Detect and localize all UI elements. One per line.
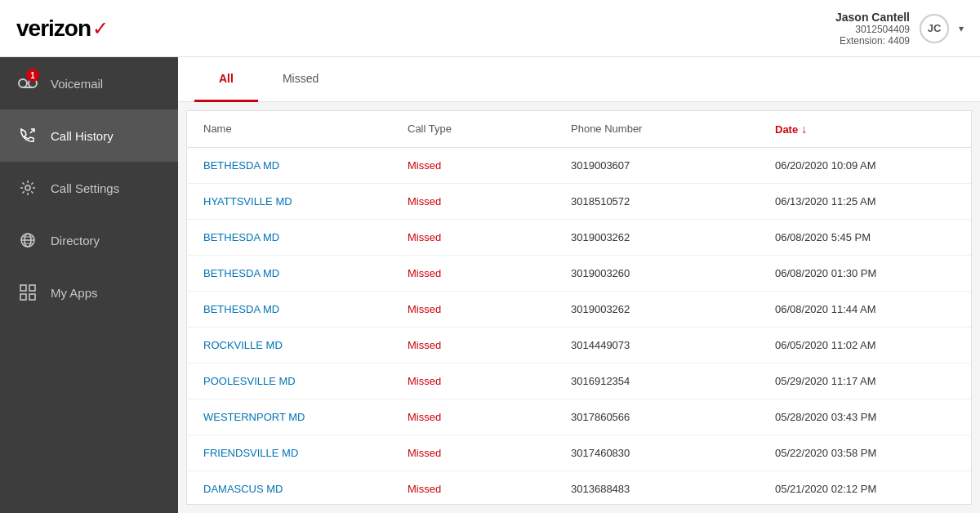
sidebar-item-call-history[interactable]: Call History [0,109,178,162]
cell-name: BETHESDA MD [203,231,408,243]
col-phone: Phone Number [571,123,775,136]
cell-name: FRIENDSVILLE MD [203,447,408,459]
cell-date: 06/08/2020 11:44 AM [775,303,955,315]
body: 1 Voicemail Call History Call Settings [0,57,980,513]
sidebar-item-directory-label: Directory [51,234,100,248]
table-row[interactable]: WESTERNPORT MD Missed 3017860566 05/28/2… [187,399,971,435]
cell-date: 06/05/2020 11:02 AM [775,339,955,351]
sidebar-item-my-apps[interactable]: My Apps [0,266,178,319]
table-row[interactable]: FRIENDSVILLE MD Missed 3017460830 05/22/… [187,435,971,471]
col-call-type: Call Type [408,123,571,136]
sidebar-item-voicemail[interactable]: 1 Voicemail [0,57,178,109]
cell-date: 05/28/2020 03:43 PM [775,411,955,423]
sidebar-item-call-settings[interactable]: Call Settings [0,162,178,214]
table-row[interactable]: DAMASCUS MD Missed 3013688483 05/21/2020… [187,471,971,505]
table-row[interactable]: BETHESDA MD Missed 3019003262 06/08/2020… [187,220,971,256]
call-history-icon [16,124,39,147]
cell-call-type: Missed [408,447,571,459]
cell-call-type: Missed [408,267,571,279]
cell-call-type: Missed [408,231,571,243]
tabs-bar: All Missed [178,57,980,102]
avatar: JC [920,14,949,43]
cell-phone: 3016912354 [571,375,775,387]
tab-all[interactable]: All [194,57,258,102]
user-number: 3012504409 [835,24,910,35]
cell-date: 05/22/2020 03:58 PM [775,447,955,459]
sidebar-item-voicemail-label: Voicemail [51,77,103,91]
cell-phone: 3017460830 [571,447,775,459]
table-row[interactable]: POOLESVILLE MD Missed 3016912354 05/29/2… [187,364,971,399]
cell-name: POOLESVILLE MD [203,375,408,387]
user-info: Jason Cantell 3012504409 Extension: 4409… [835,11,964,47]
cell-name: WESTERNPORT MD [203,411,408,423]
col-name: Name [203,123,408,136]
cell-phone: 3017860566 [571,411,775,423]
user-extension: Extension: 4409 [835,35,910,47]
cell-date: 05/21/2020 02:12 PM [775,483,955,495]
cell-name: DAMASCUS MD [203,483,408,495]
directory-icon [16,229,39,252]
cell-call-type: Missed [408,375,571,387]
cell-name: BETHESDA MD [203,267,408,279]
cell-name: HYATTSVILLE MD [203,195,408,207]
sort-arrow-icon: ↓ [801,123,807,136]
sidebar: 1 Voicemail Call History Call Settings [0,57,178,513]
svg-rect-10 [29,285,35,291]
logo: verizon✓ [16,16,109,42]
cell-call-type: Missed [408,303,571,315]
cell-call-type: Missed [408,159,571,172]
header: verizon✓ Jason Cantell 3012504409 Extens… [0,0,980,57]
table-header: Name Call Type Phone Number Date ↓ [187,111,971,148]
cell-name: BETHESDA MD [203,303,408,315]
svg-point-0 [19,79,27,87]
user-name: Jason Cantell [835,11,910,24]
main-content: All Missed Name Call Type Phone Number D… [178,57,980,513]
sidebar-item-call-settings-label: Call Settings [51,181,119,195]
table-row[interactable]: BETHESDA MD Missed 3019003262 06/08/2020… [187,292,971,328]
table-row[interactable]: HYATTSVILLE MD Missed 3018510572 06/13/2… [187,184,971,220]
cell-date: 06/08/2020 5:45 PM [775,231,955,243]
cell-phone: 3019003607 [571,159,775,172]
table-row[interactable]: BETHESDA MD Missed 3019003260 06/08/2020… [187,256,971,292]
svg-rect-12 [29,294,35,300]
sidebar-item-call-history-label: Call History [51,129,114,143]
cell-name: BETHESDA MD [203,159,408,172]
cell-date: 06/20/2020 10:09 AM [775,159,955,172]
cell-phone: 3013688483 [571,483,775,495]
logo-checkmark: ✓ [92,17,109,40]
cell-call-type: Missed [408,195,571,207]
sidebar-item-directory[interactable]: Directory [0,214,178,266]
user-details: Jason Cantell 3012504409 Extension: 4409 [835,11,910,47]
cell-date: 06/13/2020 11:25 AM [775,195,955,207]
my-apps-icon [16,281,39,304]
cell-date: 05/29/2020 11:17 AM [775,375,955,387]
cell-date: 06/08/2020 01:30 PM [775,267,955,279]
table-body: BETHESDA MD Missed 3019003607 06/20/2020… [187,148,971,505]
svg-point-3 [25,185,30,190]
table-row[interactable]: BETHESDA MD Missed 3019003607 06/20/2020… [187,148,971,184]
logo-text: verizon [16,16,91,42]
call-settings-icon [16,176,39,199]
cell-phone: 3014449073 [571,339,775,351]
tab-missed[interactable]: Missed [258,57,343,102]
cell-call-type: Missed [408,483,571,495]
call-history-table: Name Call Type Phone Number Date ↓ BETHE… [186,110,972,505]
cell-phone: 3019003262 [571,303,775,315]
table-row[interactable]: ROCKVILLE MD Missed 3014449073 06/05/202… [187,328,971,364]
cell-name: ROCKVILLE MD [203,339,408,351]
sidebar-item-my-apps-label: My Apps [51,286,98,300]
user-dropdown-arrow[interactable]: ▾ [959,23,964,34]
cell-phone: 3019003260 [571,267,775,279]
cell-call-type: Missed [408,411,571,423]
cell-call-type: Missed [408,339,571,351]
svg-rect-9 [20,285,26,291]
cell-phone: 3018510572 [571,195,775,207]
voicemail-badge: 1 [26,69,39,82]
svg-rect-11 [20,294,26,300]
cell-phone: 3019003262 [571,231,775,243]
col-date[interactable]: Date ↓ [775,123,955,136]
